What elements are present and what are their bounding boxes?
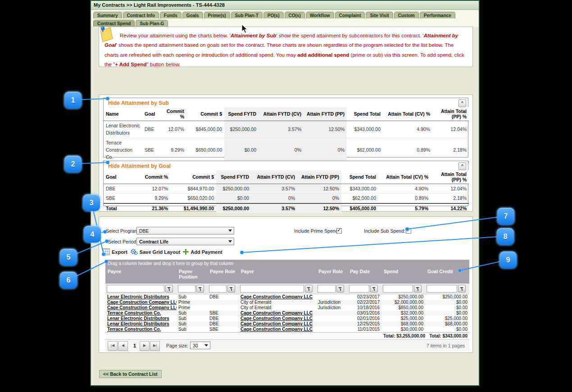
add-payment-button[interactable]: Add Payment (183, 249, 222, 255)
tab-contract-info[interactable]: Contract Info (123, 12, 159, 18)
filter-funnel-icon[interactable] (414, 285, 422, 293)
collapse-sub-button[interactable]: ^ (459, 99, 466, 107)
payee-link[interactable]: Lenar Electronic Distributors (107, 294, 169, 299)
tab-co-s-[interactable]: CO(s) (285, 12, 305, 18)
payment-cell[interactable]: Cage Construction Company LLC (239, 316, 316, 321)
include-sub-checkbox[interactable] (406, 228, 411, 234)
payment-cell[interactable]: Cage Construction Company LLC (239, 321, 316, 327)
filter-funnel-icon[interactable] (165, 285, 173, 293)
payee-link[interactable]: Cage Construction Company LLC (107, 300, 177, 305)
filter-funnel-icon[interactable] (336, 285, 344, 293)
payment-cell[interactable]: Lenar Electronic Distributors (105, 316, 177, 321)
filter-input-spend[interactable] (383, 285, 413, 293)
payer-link[interactable]: Cage Construction Company LLC (241, 316, 313, 321)
totals-cell (316, 333, 348, 340)
payee-link[interactable]: Terrace Construction Co. (107, 311, 161, 315)
select-period-dropdown[interactable]: Contract Life (136, 238, 234, 245)
tab-performance[interactable]: Performance (420, 12, 455, 18)
payment-cell[interactable]: Terrace Construction Co. (105, 327, 177, 333)
tab-po-s-[interactable]: PO(s) (263, 12, 284, 18)
include-prime-checkbox[interactable] (336, 228, 342, 234)
filter-funnel-icon[interactable] (305, 285, 313, 293)
tab-sub-plan-t[interactable]: Sub Plan-T (231, 12, 263, 18)
payment-cell[interactable]: Cage Construction Company LLC (239, 294, 316, 300)
payment-cell[interactable]: Terrace Construction Co. (105, 311, 177, 316)
payer-link[interactable]: Cage Construction Company LLC (241, 311, 313, 315)
payer-link[interactable]: Cage Construction Company LLC (241, 321, 313, 326)
prev-page-button[interactable]: ◀ (118, 341, 128, 351)
filter-funnel-icon[interactable] (227, 285, 235, 293)
payment-cell[interactable]: Cage Construction Company LLC (105, 305, 177, 311)
payment-cell: 10/18/2016 (348, 305, 381, 311)
back-to-contract-list-button[interactable]: << Back to Contract List (99, 370, 162, 378)
attainment-by-sub-title[interactable]: Hide Attainment by Sub (104, 98, 468, 107)
grid-col-payee-position[interactable]: Payee Position (177, 267, 208, 284)
tab-sub-plan-g[interactable]: Sub Plan-G (136, 20, 168, 27)
attain-cell: $250,000.00 (224, 121, 259, 138)
tab-goals[interactable]: Goals (182, 12, 203, 18)
last-page-button[interactable]: ▶| (150, 341, 160, 351)
grid-col-goal-credit[interactable]: Goal Credit (425, 267, 469, 284)
attainment-by-goal-title[interactable]: Hide Attainment by Goal (104, 161, 468, 170)
payment-cell[interactable]: Lenar Electronic Distributors (105, 321, 177, 327)
attain-row: Terrace Construction Co.SBE9.29%$650,000… (104, 138, 469, 162)
tab-custom[interactable]: Custom (394, 12, 419, 18)
grid-col-payer-role[interactable]: Payer Role (316, 267, 348, 284)
select-period-label: Select Period: (108, 239, 137, 244)
payee-link[interactable]: Cage Construction Company LLC (107, 305, 177, 310)
attain-cell: 0% (251, 194, 297, 203)
first-page-button[interactable]: |◀ (108, 341, 118, 351)
select-program-dropdown[interactable]: DBE (136, 227, 234, 234)
payment-cell[interactable]: Cage Construction Company LLC (105, 300, 177, 305)
attainment-by-sub-panel: Hide Attainment by Sub ^ NameGoalCommit … (103, 98, 468, 158)
filter-input-payee[interactable] (107, 285, 164, 293)
tab-complaint[interactable]: Complaint (335, 12, 365, 18)
payee-link[interactable]: Terrace Construction Co. (107, 327, 161, 332)
filter-input-payer-role[interactable] (318, 285, 336, 293)
export-button[interactable]: Export (103, 248, 127, 255)
filter-input-payer[interactable] (240, 285, 304, 293)
grid-col-payee-role[interactable]: Payee Role (208, 267, 239, 284)
payment-cell: $0.00 (425, 327, 469, 333)
filter-input-payee-role[interactable] (209, 285, 227, 293)
attain-row: SBE9.29%$650,020.00$0.000%0%$62,000.000.… (104, 194, 469, 203)
save-grid-layout-button[interactable]: Save Grid Layout (130, 248, 180, 255)
filter-input-pay-date[interactable] (349, 285, 369, 293)
grid-col-payee[interactable]: Payee (105, 267, 177, 284)
attain-cell: 9.29% (160, 138, 186, 162)
payment-cell[interactable]: Cage Construction Company LLC (239, 311, 316, 316)
page-size-dropdown[interactable]: 30 (190, 342, 210, 349)
tab-row-2: Contract SpendSub Plan-G (93, 19, 479, 27)
tab-prime-s-[interactable]: Prime(s) (204, 12, 230, 18)
grid-col-pay-date[interactable]: Pay Date (348, 267, 381, 284)
payment-cell: $2,000,000.00 (381, 300, 425, 305)
filter-funnel-icon[interactable] (458, 285, 466, 293)
grid-col-payer[interactable]: Payer (239, 267, 316, 284)
filter-input-payee-position[interactable] (178, 285, 195, 293)
filter-funnel-icon[interactable] (196, 285, 204, 293)
payment-cell[interactable]: Lenar Electronic Distributors (105, 294, 177, 300)
collapse-goal-button[interactable]: ^ (459, 162, 466, 170)
attain-col-header: Attain Total (PP) % (431, 170, 469, 184)
tab-site-visit[interactable]: Site Visit (366, 12, 393, 18)
payment-row: Lenar Electronic DistributorsSubDBECage … (105, 316, 469, 321)
callout-badge-4: 4 (84, 226, 101, 243)
group-by-bar[interactable]: Drag a column header and drop it here to… (105, 260, 469, 267)
current-page-number[interactable]: 1 (133, 343, 136, 348)
grid-col-spend[interactable]: Spend (381, 267, 425, 284)
attainment-by-goal-panel: Hide Attainment by Goal ^ GoalCommit %Co… (103, 161, 468, 206)
tab-summary[interactable]: Summary (93, 12, 122, 18)
filter-funnel-icon[interactable] (370, 285, 378, 293)
tab-workflow[interactable]: Workflow (306, 12, 334, 18)
payer-link[interactable]: Cage Construction Company LLC (241, 327, 313, 332)
payments-table: PayeePayee PositionPayee RolePayerPayer … (105, 267, 469, 339)
tab-funds[interactable]: Funds (160, 12, 182, 18)
totals-cell (239, 333, 316, 340)
next-page-button[interactable]: ▶ (140, 341, 150, 351)
payee-link[interactable]: Lenar Electronic Distributors (107, 316, 169, 321)
payer-link[interactable]: Cage Construction Company LLC (241, 294, 313, 299)
payment-cell: $25,000.00 (381, 316, 425, 321)
payment-cell[interactable]: Cage Construction Company LLC (239, 327, 316, 333)
filter-input-goal-credit[interactable] (427, 285, 457, 293)
payee-link[interactable]: Lenar Electronic Distributors (107, 321, 169, 326)
